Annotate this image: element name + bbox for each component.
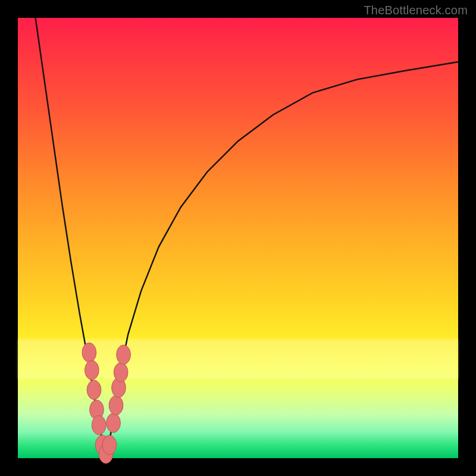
data-marker (107, 414, 121, 433)
data-marker (117, 345, 131, 365)
data-marker (102, 436, 117, 455)
plot-area (18, 18, 458, 458)
watermark-text: TheBottleneck.com (364, 4, 468, 17)
chart-svg (18, 18, 458, 458)
marker-group (82, 343, 130, 464)
data-marker (82, 343, 96, 362)
data-marker (109, 396, 123, 415)
chart-frame: TheBottleneck.com (0, 0, 476, 476)
data-marker (87, 380, 101, 400)
data-marker (84, 361, 99, 380)
data-marker (114, 362, 128, 382)
data-marker (92, 415, 106, 435)
